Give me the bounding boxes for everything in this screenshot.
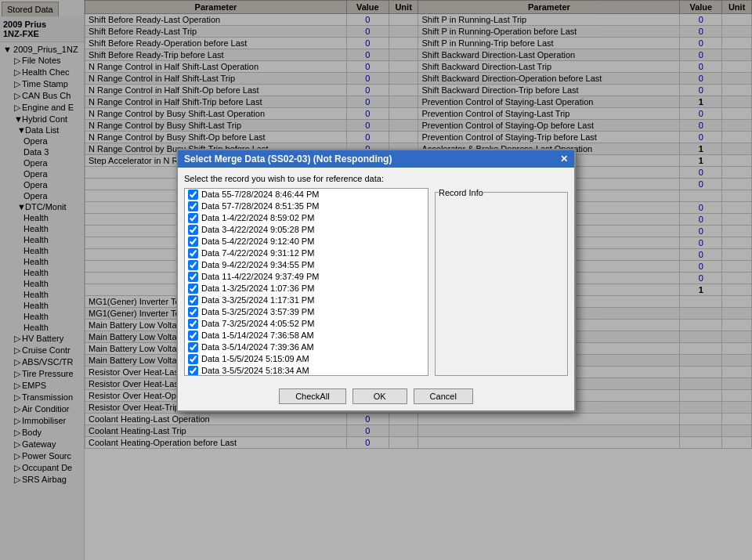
list-item-label: Data 3-3/25/2024 1:17:31 PM	[201, 295, 314, 305]
list-item[interactable]: Data 5-4/22/2024 9:12:40 PM	[185, 236, 428, 247]
list-item[interactable]: Data 3-3/25/2024 1:17:31 PM	[185, 294, 428, 306]
cancel-button[interactable]: Cancel	[414, 388, 473, 404]
list-item-label: Data 5-3/25/2024 3:57:39 PM	[201, 307, 314, 316]
list-item-label: Data 3-5/14/2024 7:39:36 AM	[201, 342, 314, 352]
list-item[interactable]: Data 57-7/28/2024 8:51:35 PM	[185, 201, 428, 212]
list-item-checkbox[interactable]	[188, 248, 198, 258]
list-item[interactable]: Data 1-3/25/2024 1:07:36 PM	[185, 283, 428, 294]
list-item-checkbox[interactable]	[188, 201, 198, 211]
list-item-label: Data 3-5/5/2024 5:18:34 AM	[201, 366, 309, 375]
list-item-label: Data 1-3/25/2024 1:07:36 PM	[201, 284, 314, 293]
list-item[interactable]: Data 5-3/25/2024 3:57:39 PM	[185, 306, 428, 318]
list-item-checkbox[interactable]	[188, 295, 198, 305]
list-item-label: Data 5-4/22/2024 9:12:40 PM	[201, 237, 314, 246]
list-item[interactable]: Data 11-4/22/2024 9:37:49 PM	[185, 271, 428, 283]
modal-prompt-text: Select the record you wish to use for re…	[184, 174, 568, 183]
list-item-label: Data 3-4/22/2024 9:05:28 PM	[201, 225, 314, 234]
list-item-checkbox[interactable]	[188, 213, 198, 223]
list-item-label: Data 7-4/22/2024 9:31:12 PM	[201, 248, 314, 258]
list-item[interactable]: Data 7-4/22/2024 9:31:12 PM	[185, 247, 428, 259]
check-all-button[interactable]: CheckAll	[279, 388, 345, 404]
list-item-checkbox[interactable]	[188, 342, 198, 352]
list-item[interactable]: Data 9-4/22/2024 9:34:55 PM	[185, 259, 428, 271]
list-item[interactable]: Data 55-7/28/2024 8:46:44 PM	[185, 189, 428, 201]
list-item-label: Data 1-4/22/2024 8:59:02 PM	[201, 213, 314, 222]
record-info-legend: Record Info	[439, 188, 483, 197]
list-item-checkbox[interactable]	[188, 272, 198, 282]
list-item-checkbox[interactable]	[188, 354, 198, 364]
ok-button[interactable]: OK	[352, 388, 407, 404]
list-item-label: Data 1-5/5/2024 5:15:09 AM	[201, 354, 309, 363]
modal-title-bar: Select Merge Data (SS02-03) (Not Respond…	[178, 150, 574, 168]
list-item-label: Data 11-4/22/2024 9:37:49 PM	[201, 272, 319, 281]
modal-footer: CheckAll OK Cancel	[178, 382, 574, 410]
list-item-checkbox[interactable]	[188, 331, 198, 341]
merge-data-list[interactable]: Data 55-7/28/2024 8:46:44 PMData 57-7/28…	[184, 188, 428, 376]
list-item-label: Data 9-4/22/2024 9:34:55 PM	[201, 260, 314, 269]
list-item-checkbox[interactable]	[188, 366, 198, 376]
list-item[interactable]: Data 1-5/5/2024 5:15:09 AM	[185, 353, 428, 365]
list-item-label: Data 1-5/14/2024 7:36:58 AM	[201, 331, 314, 340]
list-item-checkbox[interactable]	[188, 190, 198, 200]
record-info-panel: Record Info	[435, 188, 568, 376]
list-item-checkbox[interactable]	[188, 225, 198, 235]
list-item[interactable]: Data 7-3/25/2024 4:05:52 PM	[185, 318, 428, 330]
list-item-checkbox[interactable]	[188, 237, 198, 247]
list-item[interactable]: Data 3-5/5/2024 5:18:34 AM	[185, 365, 428, 376]
list-item[interactable]: Data 1-5/14/2024 7:36:58 AM	[185, 330, 428, 341]
modal-content-area: Data 55-7/28/2024 8:46:44 PMData 57-7/28…	[184, 188, 568, 376]
modal-title-text: Select Merge Data (SS02-03) (Not Respond…	[184, 154, 392, 164]
list-item-label: Data 55-7/28/2024 8:46:44 PM	[201, 190, 319, 199]
select-merge-modal: Select Merge Data (SS02-03) (Not Respond…	[176, 149, 576, 412]
modal-overlay: Select Merge Data (SS02-03) (Not Respond…	[0, 0, 752, 560]
list-item[interactable]: Data 1-4/22/2024 8:59:02 PM	[185, 212, 428, 224]
list-item-checkbox[interactable]	[188, 307, 198, 317]
list-item-checkbox[interactable]	[188, 319, 198, 329]
list-item-checkbox[interactable]	[188, 260, 198, 270]
list-item-label: Data 57-7/28/2024 8:51:35 PM	[201, 201, 319, 211]
list-item-label: Data 7-3/25/2024 4:05:52 PM	[201, 319, 314, 328]
modal-body: Select the record you wish to use for re…	[178, 168, 574, 382]
modal-close-icon[interactable]: ✕	[560, 154, 568, 164]
list-item[interactable]: Data 3-4/22/2024 9:05:28 PM	[185, 224, 428, 236]
list-item-checkbox[interactable]	[188, 284, 198, 294]
list-item[interactable]: Data 3-5/14/2024 7:39:36 AM	[185, 341, 428, 353]
